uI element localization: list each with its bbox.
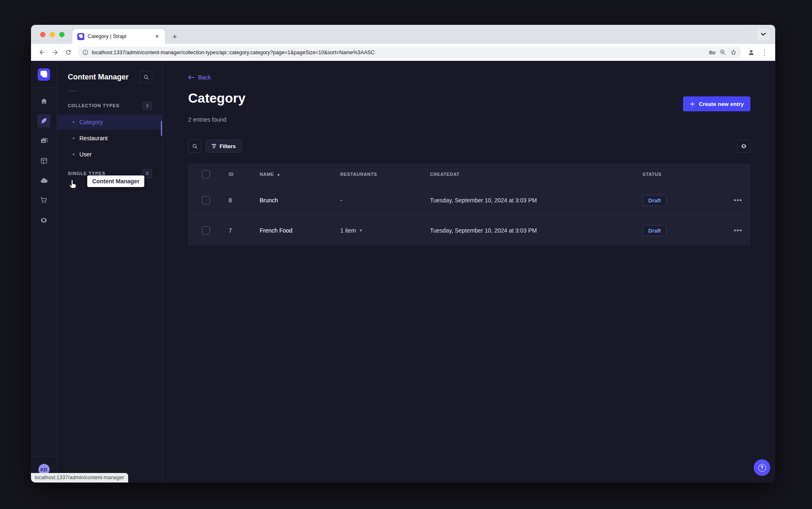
column-header-restaurants[interactable]: RESTAURANTS <box>340 172 430 177</box>
chevron-down-icon: ▼ <box>359 228 363 233</box>
create-new-entry-button[interactable]: Create new entry <box>683 96 750 111</box>
content-manager-tooltip: Content Manager <box>87 175 144 187</box>
tab-close-icon[interactable]: ✕ <box>153 33 161 40</box>
collection-types-count-badge: 3 <box>142 101 152 110</box>
url-bar[interactable]: localhost:1337/admin/content-manager/col… <box>78 47 741 58</box>
sidebar-item-label: Category <box>79 119 103 125</box>
column-header-createdat[interactable]: CREATEDAT <box>430 172 642 177</box>
media-library-icon[interactable] <box>37 134 50 147</box>
primary-nav: KD <box>31 61 57 483</box>
entries-count: 2 entries found <box>188 116 750 123</box>
sidebar-item-user[interactable]: User <box>57 146 162 162</box>
table-row[interactable]: 7 French Food 1 item ▼ Tuesday, Septembe… <box>188 215 750 245</box>
home-icon[interactable] <box>37 94 50 108</box>
column-header-id[interactable]: ID <box>229 172 260 177</box>
back-arrow-icon <box>188 75 195 80</box>
filters-label: Filters <box>220 143 236 149</box>
nav-divider <box>31 456 57 456</box>
zoom-page-icon[interactable] <box>719 49 726 56</box>
cell-restaurants: - <box>340 197 430 204</box>
filters-button[interactable]: Filters <box>205 139 242 153</box>
sidebar-item-restaurant[interactable]: Restaurant <box>57 130 162 146</box>
active-item-indicator <box>161 121 162 136</box>
fullscreen-window-button[interactable] <box>59 32 64 37</box>
forward-nav-icon[interactable] <box>49 47 61 58</box>
row-checkbox[interactable] <box>202 226 210 235</box>
sidebar-item-label: Restaurant <box>79 135 107 142</box>
back-link[interactable]: Back <box>188 74 211 81</box>
search-entries-button[interactable] <box>188 139 201 153</box>
table-settings-button[interactable] <box>737 139 750 153</box>
cell-createdat: Tuesday, September 10, 2024 at 3:03 PM <box>430 227 642 234</box>
status-badge: Draft <box>642 195 666 206</box>
create-new-entry-label: Create new entry <box>699 101 744 107</box>
strapi-favicon <box>77 33 84 40</box>
minimize-window-button[interactable] <box>50 32 55 37</box>
cloud-icon[interactable] <box>37 174 50 187</box>
profile-avatar-icon[interactable] <box>745 47 757 58</box>
collection-types-label: COLLECTION TYPES <box>68 103 119 108</box>
table-row[interactable]: 8 Brunch - Tuesday, September 10, 2024 a… <box>188 185 750 215</box>
plus-icon <box>690 101 695 107</box>
sort-ascending-icon[interactable]: ▲ <box>277 173 281 176</box>
cell-id: 7 <box>229 227 260 234</box>
browser-menu-kebab-icon[interactable]: ⋮ <box>759 47 770 58</box>
status-badge: Draft <box>642 225 666 236</box>
bullet-icon <box>73 154 74 155</box>
collection-types-section: COLLECTION TYPES 3 Category Restaurant U… <box>57 100 162 162</box>
browser-tab[interactable]: Category | Strapi ✕ <box>72 29 165 44</box>
sidebar-item-category[interactable]: Category <box>57 114 162 130</box>
strapi-admin: KD Content Manager COLLECTION TYPES 3 <box>31 61 775 483</box>
row-actions-menu-icon[interactable]: ••• <box>726 196 750 204</box>
row-checkbox[interactable] <box>202 196 210 204</box>
column-header-status[interactable]: STATUS <box>642 172 726 177</box>
page-title: Category <box>188 91 246 106</box>
filter-icon <box>212 144 216 148</box>
sidebar-search-button[interactable] <box>140 71 152 83</box>
sidebar-item-label: User <box>79 151 92 158</box>
url-text[interactable]: localhost:1337/admin/content-manager/col… <box>92 50 705 55</box>
close-window-button[interactable] <box>40 32 45 37</box>
bullet-icon <box>73 137 74 139</box>
help-button[interactable]: ? <box>754 459 770 476</box>
gear-icon <box>740 143 747 149</box>
back-nav-icon[interactable] <box>36 47 48 58</box>
cell-restaurants-menu[interactable]: 1 item ▼ <box>340 227 430 234</box>
bullet-icon <box>73 121 74 123</box>
content-manager-icon[interactable] <box>37 114 50 127</box>
browser-toolbar: localhost:1337/admin/content-manager/col… <box>31 44 775 61</box>
cell-name: Brunch <box>260 197 340 204</box>
browser-window: Category | Strapi ✕ + localhost:1337/adm… <box>31 25 775 483</box>
cell-createdat: Tuesday, September 10, 2024 at 3:03 PM <box>430 197 642 204</box>
select-all-checkbox[interactable] <box>202 170 210 178</box>
sidebar-title: Content Manager <box>68 73 129 82</box>
main-content: Back Category Create new entry 2 entries… <box>162 61 775 483</box>
tab-search-chevron-icon[interactable] <box>757 29 769 40</box>
link-status-bubble: localhost:1337/admin/content-manager <box>31 473 128 483</box>
strapi-logo[interactable] <box>38 68 50 81</box>
question-mark-icon: ? <box>758 464 766 472</box>
tab-title: Category | Strapi <box>88 34 150 39</box>
browser-tab-strip: Category | Strapi ✕ + <box>31 25 775 44</box>
search-icon <box>192 143 198 149</box>
window-controls <box>40 32 64 37</box>
column-header-name[interactable]: NAME ▲ <box>260 172 340 177</box>
back-label: Back <box>198 74 211 81</box>
bookmark-star-icon[interactable] <box>730 49 737 56</box>
page-info-icon[interactable] <box>82 49 88 55</box>
row-actions-menu-icon[interactable]: ••• <box>726 226 750 235</box>
new-tab-button[interactable]: + <box>169 32 180 41</box>
cell-id: 8 <box>229 197 260 204</box>
marketplace-cart-icon[interactable] <box>37 194 50 207</box>
content-type-builder-icon[interactable] <box>37 154 50 167</box>
reload-icon[interactable] <box>62 47 74 58</box>
content-manager-sidebar: Content Manager COLLECTION TYPES 3 Categ… <box>57 61 162 483</box>
entries-table: ID NAME ▲ RESTAURANTS CREATEDAT STATUS 8… <box>188 163 750 245</box>
password-key-icon[interactable] <box>709 49 716 56</box>
table-header-row: ID NAME ▲ RESTAURANTS CREATEDAT STATUS <box>188 163 750 185</box>
settings-gear-icon[interactable] <box>37 214 50 227</box>
sidebar-divider <box>68 91 78 91</box>
cell-name: French Food <box>260 227 340 234</box>
